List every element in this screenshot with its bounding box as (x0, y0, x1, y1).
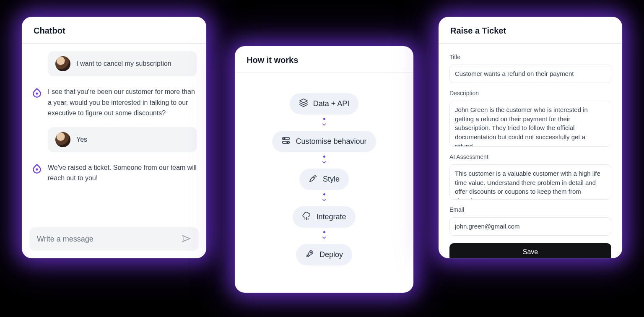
bot-message-text: We've raised a ticket. Someone from our … (48, 162, 197, 184)
email-label: Email (449, 206, 611, 213)
step-integrate: Integrate (293, 206, 355, 228)
description-field[interactable]: John Green is the customer who is intere… (449, 101, 611, 147)
step-label: Data + API (313, 99, 350, 108)
svg-point-5 (284, 138, 285, 139)
chat-input[interactable] (36, 234, 176, 244)
pen-icon (309, 174, 318, 185)
step-data-api: Data + API (290, 93, 359, 114)
avatar (55, 56, 70, 71)
step-style: Style (299, 169, 349, 190)
chat-body: I want to cancel my subscription I see t… (22, 44, 206, 227)
svg-point-10 (310, 252, 312, 253)
svg-point-6 (287, 142, 288, 143)
ticket-title: Raise a Ticket (439, 17, 622, 44)
svg-marker-2 (300, 99, 307, 103)
rocket-icon (305, 249, 314, 260)
send-button[interactable] (180, 233, 192, 245)
bot-message: We've raised a ticket. Someone from our … (31, 162, 197, 184)
connector (321, 193, 327, 203)
layers-icon (299, 98, 308, 109)
connector (321, 156, 327, 165)
svg-point-0 (36, 92, 38, 94)
bot-message-text: I see that you're been our customer for … (48, 86, 197, 119)
ticket-card: Raise a Ticket Title Description John Gr… (439, 17, 622, 258)
step-label: Style (323, 175, 340, 184)
email-field[interactable] (449, 217, 611, 236)
chevron-down-icon (321, 159, 327, 165)
how-it-works-card: How it works Data + API Customise behavi… (235, 46, 413, 293)
step-deploy: Deploy (296, 244, 352, 265)
save-button[interactable]: Save (449, 243, 611, 259)
bot-message: I see that you're been our customer for … (31, 86, 197, 119)
avatar (55, 132, 70, 147)
chat-input-container (29, 227, 199, 251)
how-it-works-title: How it works (235, 46, 413, 73)
assessment-field[interactable]: This customer is a valuable customer wit… (449, 164, 611, 200)
bot-icon (31, 163, 43, 175)
user-message: Yes (48, 127, 197, 152)
bot-icon (31, 87, 43, 99)
user-message-text: Yes (76, 136, 87, 143)
title-field[interactable] (449, 65, 611, 83)
step-label: Integrate (316, 213, 346, 221)
svg-point-1 (36, 168, 38, 170)
step-customise: Customise behaviour (272, 131, 376, 152)
chatbot-card: Chatbot I want to cancel my subscription… (22, 17, 206, 258)
user-message-text: I want to cancel my subscription (76, 60, 171, 68)
chevron-down-icon (321, 122, 327, 127)
send-icon (181, 234, 191, 245)
step-label: Deploy (319, 250, 343, 259)
cloud-icon (302, 211, 311, 223)
step-label: Customise behaviour (296, 137, 366, 146)
description-label: Description (449, 90, 611, 96)
ticket-form: Title Description John Green is the cust… (439, 44, 622, 258)
chevron-down-icon (321, 197, 327, 203)
connector (321, 231, 327, 241)
sliders-icon (281, 136, 291, 147)
connector (321, 118, 327, 127)
title-label: Title (449, 54, 611, 60)
how-it-works-body: Data + API Customise behaviour S (235, 73, 413, 293)
chevron-down-icon (321, 235, 327, 241)
user-message: I want to cancel my subscription (48, 51, 197, 76)
assessment-label: AI Assessment (449, 153, 611, 160)
chatbot-title: Chatbot (22, 17, 206, 44)
